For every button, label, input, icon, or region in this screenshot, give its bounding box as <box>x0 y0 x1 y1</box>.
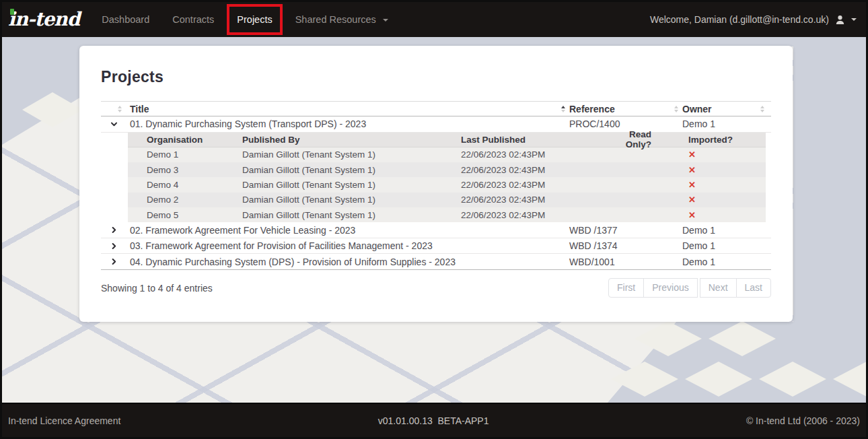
project-reference: WBD/1001 <box>569 257 682 267</box>
organisation: Demo 5 <box>128 210 242 220</box>
project-owner: Demo 1 <box>682 240 768 251</box>
table-row[interactable]: 02. Framework Agreement For Vehicle Leas… <box>101 222 771 238</box>
column-header-title[interactable]: Title <box>130 104 569 114</box>
table-footer: Showing 1 to 4 of 4 entries First Previo… <box>101 278 771 298</box>
project-owner: Demo 1 <box>682 257 768 267</box>
table-header-row: Title Reference Owner <box>101 101 771 116</box>
not-imported-icon: ✕ <box>688 149 696 160</box>
published-by: Damian Gillott (Tenant System 1) <box>242 180 461 190</box>
not-imported-icon: ✕ <box>688 180 696 190</box>
entries-info: Showing 1 to 4 of 4 entries <box>101 283 213 294</box>
footer: In-tend Licence Agreement v01.01.00.13 B… <box>2 403 866 437</box>
subtable-header-row: Organisation Published By Last Published… <box>128 133 766 147</box>
subtable-row: Demo 1 Damian Gillott (Tenant System 1) … <box>128 147 766 162</box>
subcolumn-organisation: Organisation <box>128 135 242 145</box>
subtable-row: Demo 3 Damian Gillott (Tenant System 1) … <box>128 162 766 177</box>
not-imported-icon: ✕ <box>688 195 696 205</box>
app-window: in-tend Dashboard Contracts Projects Sha… <box>0 0 868 439</box>
subtable-row: Demo 5 Damian Gillott (Tenant System 1) … <box>128 207 766 222</box>
projects-card: Projects Title Reference <box>79 46 793 322</box>
subcolumn-published-by: Published By <box>242 135 461 145</box>
sort-icon <box>118 106 122 112</box>
logo-green-dot <box>10 9 14 15</box>
project-reference: PROC/1400 <box>569 119 682 129</box>
sort-icon <box>760 106 764 112</box>
chevron-right-icon <box>110 257 118 266</box>
main-nav: Dashboard Contracts Projects Shared Reso… <box>90 2 400 37</box>
project-title: 03. Framework Agreement for Provision of… <box>130 240 569 251</box>
page-background: Projects Title Reference <box>2 37 866 403</box>
chevron-right-icon <box>110 226 118 234</box>
sort-icon <box>674 106 678 112</box>
organisation: Demo 4 <box>128 180 242 190</box>
last-published: 22/06/2023 02:43PM <box>461 149 604 160</box>
row-expander[interactable] <box>101 257 130 266</box>
table-row[interactable]: 03. Framework Agreement for Provision of… <box>101 238 771 255</box>
pagination-first-button[interactable]: First <box>608 278 644 298</box>
nav-item-dashboard[interactable]: Dashboard <box>94 2 157 37</box>
organisation: Demo 3 <box>128 165 242 175</box>
subcolumn-imported: Imported? <box>688 135 733 145</box>
project-title: 04. Dynamic Purchasing System (DPS) - Pr… <box>130 257 569 267</box>
logo-text: in-tend <box>8 8 79 30</box>
published-by: Damian Gillott (Tenant System 1) <box>242 210 461 220</box>
chevron-down-icon <box>110 120 118 129</box>
version-text: v01.01.00.13 BETA-APP1 <box>378 415 489 426</box>
nav-item-shared-resources[interactable]: Shared Resources <box>287 2 396 37</box>
welcome-text: Welcome, Damian (d.gillott@in-tend.co.uk… <box>650 14 829 25</box>
last-published: 22/06/2023 02:43PM <box>461 165 604 175</box>
last-published: 22/06/2023 02:43PM <box>461 180 604 190</box>
nav-item-shared-resources-label: Shared Resources <box>295 14 376 25</box>
row-expander[interactable] <box>101 242 130 250</box>
project-owner: Demo 1 <box>682 119 768 129</box>
project-title: 01. Dynamic Purchasing System (Transport… <box>130 119 569 129</box>
not-imported-icon: ✕ <box>688 165 696 175</box>
pagination-previous-button[interactable]: Previous <box>643 278 697 298</box>
pagination: First Previous Next Last <box>608 278 771 298</box>
account-menu[interactable]: Welcome, Damian (d.gillott@in-tend.co.uk… <box>650 14 857 25</box>
project-owner: Demo 1 <box>682 225 768 236</box>
project-reference: WBD /1377 <box>569 225 682 236</box>
row-expander[interactable] <box>101 226 130 234</box>
licence-agreement-link[interactable]: In-tend Licence Agreement <box>8 415 120 426</box>
column-header-title-label: Title <box>130 104 149 114</box>
nav-item-projects[interactable]: Projects <box>229 2 280 37</box>
project-reference: WBD /1374 <box>569 240 682 251</box>
pagination-next-button[interactable]: Next <box>700 278 737 298</box>
chevron-right-icon <box>110 242 118 250</box>
subtable-row: Demo 4 Damian Gillott (Tenant System 1) … <box>128 177 766 192</box>
copyright-text: © In-tend Ltd (2006 - 2023) <box>746 415 860 426</box>
column-header-owner[interactable]: Owner <box>682 104 768 114</box>
published-by: Damian Gillott (Tenant System 1) <box>242 165 461 175</box>
last-published: 22/06/2023 02:43PM <box>461 210 604 220</box>
table-row[interactable]: 01. Dynamic Purchasing System (Transport… <box>101 116 771 133</box>
subtable-body: Demo 1 Damian Gillott (Tenant System 1) … <box>128 147 766 223</box>
user-icon <box>835 15 845 25</box>
row-expander[interactable] <box>101 120 130 129</box>
subcolumn-read-only: Read Only? <box>604 129 651 149</box>
subcolumn-last-published: Last Published <box>461 135 604 145</box>
chevron-down-icon <box>851 18 857 21</box>
published-by: Damian Gillott (Tenant System 1) <box>242 195 461 205</box>
last-published: 22/06/2023 02:43PM <box>461 195 604 205</box>
organisation: Demo 2 <box>128 195 242 205</box>
column-header-owner-label: Owner <box>682 104 712 114</box>
pagination-last-button[interactable]: Last <box>736 278 771 298</box>
not-imported-icon: ✕ <box>688 210 696 220</box>
column-header-expand[interactable] <box>101 106 130 112</box>
nav-item-contracts[interactable]: Contracts <box>164 2 222 37</box>
published-by: Damian Gillott (Tenant System 1) <box>242 149 461 160</box>
nav-item-projects-label: Projects <box>237 14 272 25</box>
chevron-down-icon <box>383 19 388 22</box>
navbar: in-tend Dashboard Contracts Projects Sha… <box>2 2 866 37</box>
logo[interactable]: in-tend <box>8 10 79 29</box>
organisation: Demo 1 <box>128 149 242 160</box>
page-title: Projects <box>101 68 771 86</box>
subtable-row: Demo 2 Damian Gillott (Tenant System 1) … <box>128 193 766 207</box>
column-header-reference[interactable]: Reference <box>569 104 682 114</box>
projects-table: Title Reference Owner <box>101 101 771 298</box>
column-header-reference-label: Reference <box>569 104 615 114</box>
table-row[interactable]: 04. Dynamic Purchasing System (DPS) - Pr… <box>101 254 771 270</box>
sort-ascending-icon <box>561 106 565 112</box>
project-title: 02. Framework Agreement For Vehicle Leas… <box>130 225 569 236</box>
